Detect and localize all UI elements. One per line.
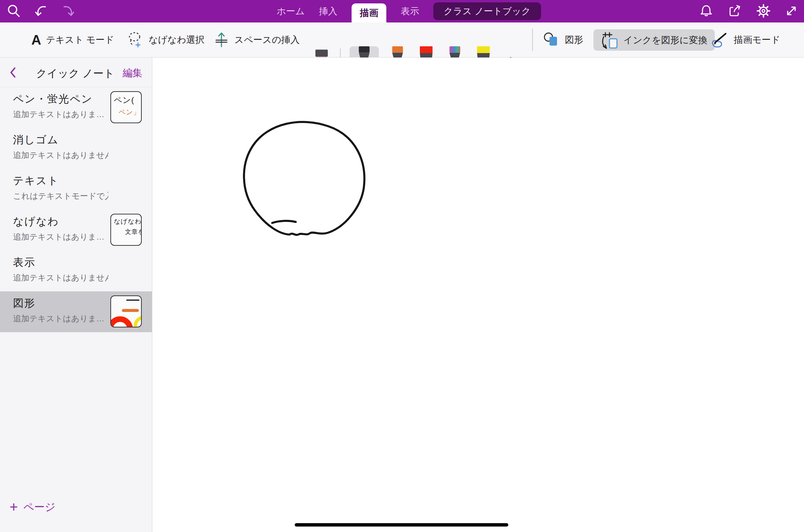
text-mode-label: テキスト モード (46, 34, 114, 46)
tab-class-notebook[interactable]: クラス ノートブック (433, 2, 541, 20)
note-canvas[interactable] (153, 58, 804, 532)
share-button[interactable] (727, 3, 743, 19)
text-mode-button[interactable]: A テキスト モード (31, 22, 114, 57)
page-subtitle: 追加テキストはありま… (13, 109, 105, 120)
add-page-button[interactable]: + ページ (10, 500, 56, 514)
page-subtitle: 追加テキストはありません (13, 272, 108, 283)
notebook-section-title: クイック ノート (36, 66, 114, 81)
pages-sidebar: クイック ノート 編集 ペン・蛍光ペン追加テキストはありま…ペン(ペン」消しゴム… (0, 58, 152, 532)
page-title: なげなわ (13, 214, 59, 229)
page-title: 図形 (13, 296, 35, 310)
page-subtitle: これはテキストモードで入力し… (13, 191, 108, 201)
chevron-left-icon (9, 66, 18, 79)
page-title: テキスト (13, 174, 59, 188)
tab-draw[interactable]: 描画 (352, 3, 386, 22)
search-button[interactable] (5, 3, 22, 19)
back-button[interactable] (9, 65, 22, 80)
undo-icon (33, 3, 48, 18)
page-list-item[interactable]: 表示追加テキストはありません (0, 251, 152, 291)
page-list-item[interactable]: テキストこれはテキストモードで入力し… (0, 169, 152, 210)
ink-to-shape-button[interactable]: インクを図形に変換 (593, 29, 715, 51)
page-title: 消しゴム (13, 133, 59, 147)
ink-to-shape-icon (601, 31, 619, 50)
tab-insert[interactable]: 挿入 (319, 7, 337, 16)
page-title: 表示 (13, 255, 35, 270)
ink-to-shape-label: インクを図形に変換 (623, 34, 707, 46)
shapes-button[interactable]: 図形 (543, 22, 583, 57)
page-list: ペン・蛍光ペン追加テキストはありま…ペン(ペン」消しゴム追加テキストはありません… (0, 87, 152, 332)
sidebar-header: クイック ノート 編集 (0, 58, 152, 87)
page-thumbnail: なげなわ 文章を (110, 214, 142, 246)
draw-mode-label: 描画モード (734, 34, 780, 46)
plus-icon: + (10, 500, 18, 514)
add-page-label: ページ (24, 500, 56, 514)
page-subtitle: 追加テキストはありません (13, 150, 108, 161)
page-list-item[interactable]: 図形追加テキストはありま… (0, 291, 152, 332)
page-subtitle: 追加テキストはありま… (13, 231, 105, 242)
page-thumbnail (110, 295, 142, 327)
shapes-icon (543, 32, 560, 48)
page-list-item[interactable]: ペン・蛍光ペン追加テキストはありま…ペン(ペン」 (0, 87, 152, 128)
gear-icon (756, 3, 771, 18)
draw-toolbar: A テキスト モード なげなわ選択 スペースの挿入 (0, 22, 804, 58)
toolbar-divider (532, 29, 533, 51)
page-list-item[interactable]: 消しゴム追加テキストはありません (0, 128, 152, 169)
share-icon (727, 3, 742, 18)
redo-button[interactable] (60, 3, 77, 19)
notifications-button[interactable] (698, 3, 714, 19)
bell-icon (699, 3, 714, 18)
draw-mode-icon (709, 31, 729, 48)
draw-mode-button[interactable]: 描画モード (709, 22, 780, 57)
settings-button[interactable] (755, 3, 772, 19)
text-mode-icon: A (31, 33, 41, 47)
redo-icon (61, 3, 76, 18)
search-icon (6, 3, 21, 18)
expand-icon (784, 3, 799, 18)
lasso-label: なげなわ選択 (149, 34, 205, 46)
insert-space-label: スペースの挿入 (234, 34, 300, 46)
page-title: ペン・蛍光ペン (13, 92, 93, 106)
page-thumbnail: ペン(ペン」 (110, 91, 142, 123)
shapes-label: 図形 (565, 34, 583, 46)
tab-view[interactable]: 表示 (401, 7, 419, 16)
top-app-bar: ホーム 挿入 描画 表示 クラス ノートブック (0, 0, 804, 22)
ribbon-tabs: ホーム 挿入 描画 表示 クラス ノートブック (277, 0, 541, 22)
lasso-select-button[interactable]: なげなわ選択 (127, 22, 205, 57)
edit-button[interactable]: 編集 (123, 66, 142, 80)
tab-home[interactable]: ホーム (277, 7, 305, 16)
undo-button[interactable] (33, 3, 49, 19)
page-list-item[interactable]: なげなわ追加テキストはありま…なげなわ 文章を (0, 210, 152, 251)
page-subtitle: 追加テキストはありま… (13, 313, 105, 324)
shapes-thumbnail-drawing (111, 296, 141, 327)
home-indicator[interactable] (295, 523, 508, 527)
ink-drawing-circle (153, 58, 804, 532)
insert-space-button[interactable]: スペースの挿入 (213, 22, 300, 57)
fullscreen-button[interactable] (783, 3, 800, 19)
lasso-icon (127, 31, 144, 49)
insert-space-icon (213, 31, 230, 49)
